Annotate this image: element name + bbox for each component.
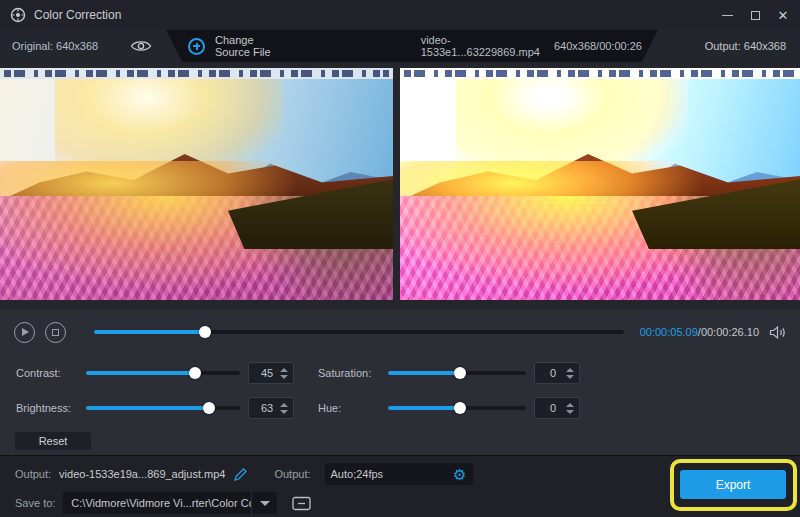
saturation-increase-icon[interactable]	[566, 368, 574, 372]
output-resolution-label: Output: 640x368	[705, 40, 786, 52]
seek-slider[interactable]	[94, 326, 624, 338]
preview-toggle-button[interactable]	[130, 39, 152, 53]
hue-handle[interactable]	[454, 402, 466, 414]
titlebar: Color Correction ✕	[0, 0, 800, 30]
original-resolution-label: Original: 640x368	[12, 40, 98, 52]
adjustments-grid: Contrast: 45 Saturation: 0	[0, 354, 600, 419]
chevron-down-icon	[260, 501, 270, 506]
save-to-label: Save to:	[15, 497, 55, 509]
brightness-spinbox[interactable]: 63	[248, 397, 294, 419]
brightness-value: 63	[254, 402, 280, 414]
volume-button[interactable]	[769, 325, 786, 340]
time-display: 00:00:05.09/00:00:26.10	[640, 326, 759, 338]
saturation-value: 0	[540, 367, 566, 379]
seek-fill	[94, 330, 205, 334]
brightness-decrease-icon[interactable]	[280, 410, 288, 414]
rename-button[interactable]	[233, 467, 248, 482]
window-title: Color Correction	[34, 8, 121, 22]
saturation-decrease-icon[interactable]	[566, 375, 574, 379]
output-name-label: Output:	[15, 468, 51, 480]
brightness-slider[interactable]	[86, 402, 240, 414]
seek-track	[94, 330, 624, 334]
contrast-fill	[86, 371, 195, 375]
change-source-file-button[interactable]: Change Source File	[215, 34, 291, 58]
open-folder-button[interactable]	[289, 493, 313, 513]
brightness-increase-icon[interactable]	[280, 403, 288, 407]
hue-spinbox[interactable]: 0	[534, 397, 580, 419]
seek-handle[interactable]	[199, 326, 211, 338]
save-path-dropdown-toggle[interactable]	[251, 492, 277, 514]
brightness-row: Brightness: 63	[16, 397, 294, 419]
current-time: 00:00:05.09	[640, 326, 698, 338]
minimize-icon	[722, 15, 733, 16]
hue-decrease-icon[interactable]	[566, 410, 574, 414]
maximize-button[interactable]	[748, 8, 762, 22]
saturation-row: Saturation: 0	[318, 362, 580, 384]
output-name-row: Output: video-1533e19a...869_adjust.mp4 …	[15, 463, 473, 485]
stop-icon	[52, 329, 59, 336]
saturation-label: Saturation:	[318, 367, 380, 379]
info-bar: Original: 640x368 Change Source File vid…	[0, 30, 800, 62]
close-button[interactable]: ✕	[776, 8, 790, 22]
video-watermark-strip	[0, 68, 393, 79]
contrast-increase-icon[interactable]	[280, 368, 288, 372]
video-watermark-glitch	[404, 70, 796, 77]
contrast-value: 45	[254, 367, 280, 379]
hue-increase-icon[interactable]	[566, 403, 574, 407]
plus-circle-icon[interactable]	[188, 38, 205, 55]
saturation-fill	[388, 371, 460, 375]
output-filename: video-1533e19a...869_adjust.mp4	[59, 468, 225, 480]
source-info: Change Source File video-1533e1...632298…	[182, 30, 642, 62]
folder-icon	[292, 496, 311, 511]
stop-button[interactable]	[45, 322, 66, 343]
saturation-slider[interactable]	[388, 367, 526, 379]
hue-fill	[388, 406, 460, 410]
brightness-fill	[86, 406, 209, 410]
color-correction-icon	[10, 7, 26, 23]
export-button[interactable]: Export	[680, 470, 786, 499]
brightness-track	[86, 406, 240, 410]
window-controls: ✕	[720, 8, 790, 22]
color-correction-window: Color Correction ✕ Original: 640x368 Cha…	[0, 0, 800, 517]
contrast-decrease-icon[interactable]	[280, 375, 288, 379]
saturation-spinbox[interactable]: 0	[534, 362, 580, 384]
output-format-field[interactable]: Auto;24fps ⚙	[325, 463, 473, 485]
play-button[interactable]	[14, 322, 35, 343]
total-time: /00:00:26.10	[698, 326, 759, 338]
video-watermark-strip	[400, 68, 800, 79]
reset-button[interactable]: Reset	[15, 432, 91, 450]
adjusted-video-preview	[400, 68, 800, 300]
minimize-button[interactable]	[720, 8, 734, 22]
contrast-row: Contrast: 45	[16, 362, 294, 384]
output-format-value: Auto;24fps	[331, 468, 454, 480]
contrast-handle[interactable]	[189, 367, 201, 379]
hue-value: 0	[540, 402, 566, 414]
saturation-handle[interactable]	[454, 367, 466, 379]
brightness-handle[interactable]	[203, 402, 215, 414]
source-filename: video-1533e1...63229869.mp4	[421, 34, 540, 58]
bottom-bar: Output: video-1533e19a...869_adjust.mp4 …	[0, 455, 800, 517]
hue-slider[interactable]	[388, 402, 526, 414]
maximize-icon	[751, 11, 760, 20]
original-video-preview	[0, 68, 393, 300]
hue-row: Hue: 0	[318, 397, 580, 419]
speaker-icon	[769, 325, 786, 340]
save-path-value: C:\Vidmore\Vidmore Vi...rter\Color Corre…	[63, 497, 251, 509]
gear-icon[interactable]: ⚙	[453, 467, 466, 482]
brightness-label: Brightness:	[16, 402, 78, 414]
contrast-spinbox[interactable]: 45	[248, 362, 294, 384]
contrast-label: Contrast:	[16, 367, 78, 379]
play-icon	[22, 328, 29, 336]
output-resolution-tab: Output: 640x368	[642, 30, 800, 62]
save-to-row: Save to: C:\Vidmore\Vidmore Vi...rter\Co…	[15, 492, 313, 514]
eye-icon	[130, 39, 152, 53]
video-watermark-glitch	[4, 70, 389, 77]
original-resolution-tab: Original: 640x368	[0, 30, 182, 62]
hue-label: Hue:	[318, 402, 380, 414]
save-path-dropdown[interactable]: C:\Vidmore\Vidmore Vi...rter\Color Corre…	[63, 492, 277, 514]
controls-panel: 00:00:05.09/00:00:26.10 Contrast: 45	[0, 310, 800, 455]
output-format-label: Output:	[274, 468, 310, 480]
contrast-slider[interactable]	[86, 367, 240, 379]
pencil-icon	[233, 467, 248, 482]
close-icon: ✕	[778, 9, 789, 22]
